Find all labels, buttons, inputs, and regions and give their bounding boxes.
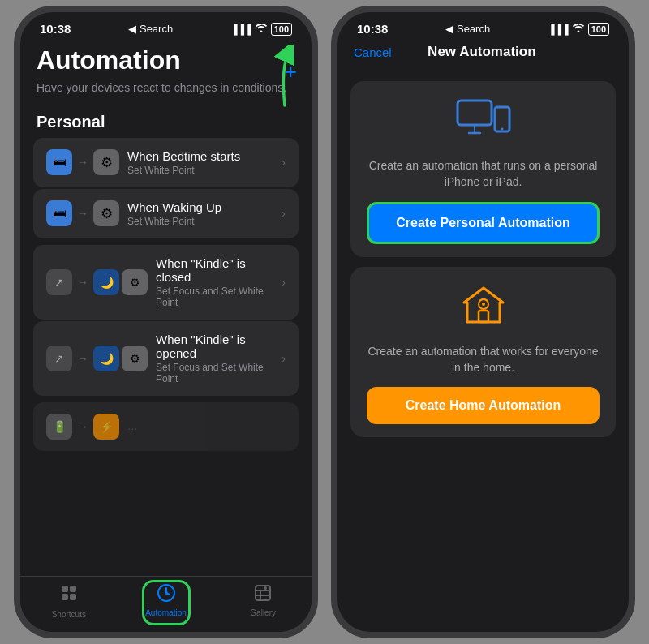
nav-title: New Automation (428, 44, 535, 60)
kindle-close-icon: ↗ (46, 269, 72, 295)
item-title: When Waking Up (127, 200, 273, 214)
signal-icon-left: ▐▐▐ (230, 24, 251, 35)
item-subtitle: Set White Point (127, 165, 273, 176)
svg-rect-2 (62, 594, 68, 600)
home-automation-card: Create an automation that works for ever… (350, 267, 616, 438)
chevron-icon: › (282, 156, 286, 169)
signal-icon-right: ▐▐▐ (548, 24, 569, 35)
left-phone: 10:38 ◀ Search ▐▐▐ 100 Automation Have y… (14, 6, 318, 638)
tab-shortcuts[interactable]: Shortcuts (20, 583, 118, 619)
item-subtitle: Set Focus and Set White Point (156, 286, 273, 308)
wakeup-icon: 🛏 (46, 200, 72, 226)
item-title: When "Kindle" is opened (156, 333, 273, 360)
settings-icon: ⚙ (93, 200, 119, 226)
arrow-annotation (264, 45, 305, 113)
status-bar-right: 10:38 ◀ Search ▐▐▐ 100 (337, 12, 629, 39)
svg-rect-6 (256, 586, 270, 600)
svg-point-10 (264, 586, 267, 590)
svg-rect-3 (70, 594, 76, 600)
kindle-open-icon: ↗ (46, 346, 72, 371)
list-item[interactable]: 🔋 → ⚡ ... (33, 402, 299, 451)
item-text: When "Kindle" is closed Set Focus and Se… (156, 256, 273, 308)
nav-bar: Cancel New Automation (337, 39, 629, 68)
cancel-button[interactable]: Cancel (354, 45, 392, 59)
list-item[interactable]: ↗ → 🌙 ⚙ When "Kindle" is closed Set Fo (33, 245, 299, 320)
status-icons-left: ▐▐▐ 100 (230, 23, 292, 36)
item-title: When "Kindle" is closed (156, 256, 273, 284)
page-subtitle: Have your devices react to changes in co… (37, 80, 295, 97)
svg-rect-0 (62, 586, 68, 592)
chevron-icon: › (282, 207, 286, 220)
item-subtitle: Set Focus and Set White Point (156, 362, 273, 384)
status-icons-right: ▐▐▐ 100 (548, 23, 609, 36)
item-text: When Waking Up Set White Point (127, 200, 273, 227)
right-phone: 10:38 ◀ Search ▐▐▐ 100 Cancel New Automa… (331, 6, 635, 638)
focus-icon: 🌙 (93, 269, 119, 295)
item-icons: 🔋 → ⚡ (46, 414, 119, 440)
arrow-connector: → (77, 156, 88, 169)
gallery-icon (253, 583, 273, 606)
list-item[interactable]: ↗ → 🌙 ⚙ When "Kindle" is opened Set Fo (33, 321, 299, 396)
item-text: ... (127, 419, 286, 434)
item-subtitle: Set White Point (127, 216, 273, 227)
list-item[interactable]: 🛏 → ⚙ When Waking Up Set White Point › (33, 189, 299, 238)
tab-bar: Shortcuts Automation (20, 576, 312, 632)
wifi-icon-right (573, 24, 584, 35)
item-icons: 🛏 → ⚙ (46, 149, 119, 175)
shortcuts-icon (59, 583, 79, 608)
item-text: When Bedtime starts Set White Point (127, 149, 273, 176)
item-icons: 🛏 → ⚙ (46, 200, 119, 226)
item-icons: ↗ → 🌙 ⚙ (46, 346, 148, 371)
shortcuts-label: Shortcuts (52, 610, 86, 619)
back-button-right[interactable]: ◀ Search (445, 23, 490, 35)
home-card-desc: Create an automation that works for ever… (367, 343, 600, 376)
create-home-automation-button[interactable]: Create Home Automation (367, 387, 600, 424)
svg-rect-11 (458, 101, 492, 125)
gallery-label: Gallery (250, 608, 276, 617)
settings-icon2: ⚙ (122, 346, 148, 371)
item-title: When Bedtime starts (127, 149, 273, 163)
tab-gallery[interactable]: Gallery (214, 583, 312, 619)
page-title: Automation (37, 45, 295, 75)
arrow-connector: → (77, 352, 88, 365)
svg-rect-17 (479, 311, 488, 322)
active-tab-ring (142, 580, 191, 625)
partial-icon: 🔋 (46, 414, 72, 440)
svg-rect-1 (70, 586, 76, 592)
back-button-left[interactable]: ◀ Search (128, 23, 173, 35)
focus-icon: 🌙 (93, 346, 119, 371)
arrow-connector: → (77, 276, 88, 289)
arrow-connector: → (77, 420, 88, 433)
battery-icon-left: 100 (271, 23, 292, 36)
status-bar-left: 10:38 ◀ Search ▐▐▐ 100 (20, 12, 312, 39)
svg-point-19 (482, 303, 485, 306)
wifi-icon-left (256, 24, 267, 35)
home-icon (461, 283, 506, 335)
time-right: 10:38 (357, 22, 388, 36)
personal-devices-icon (456, 97, 511, 149)
list-item[interactable]: 🛏 → ⚙ When Bedtime starts Set White Poin… (33, 138, 299, 187)
item-icons: ↗ → 🌙 ⚙ (46, 269, 148, 295)
personal-automation-card: Create an automation that runs on a pers… (350, 81, 616, 257)
svg-point-16 (501, 128, 503, 131)
settings-icon2: ⚙ (122, 269, 148, 295)
item-text: When "Kindle" is opened Set Focus and Se… (156, 333, 273, 384)
screen-content-left: Automation Have your devices react to ch… (20, 39, 312, 576)
arrow-connector: → (77, 207, 88, 220)
personal-card-desc: Create an automation that runs on a pers… (367, 157, 600, 191)
settings-icon: ⚙ (93, 149, 119, 175)
item-title: ... (127, 419, 286, 432)
tab-automation[interactable]: Automation (118, 583, 215, 619)
chevron-icon: › (282, 352, 286, 365)
time-left: 10:38 (40, 22, 71, 36)
battery-icon-right: 100 (588, 23, 609, 36)
create-personal-automation-button[interactable]: Create Personal Automation (367, 202, 600, 244)
chevron-icon: › (282, 276, 286, 289)
automation-list: 🛏 → ⚙ When Bedtime starts Set White Poin… (20, 138, 312, 576)
partial-icon2: ⚡ (93, 414, 119, 440)
new-automation-content: Create an automation that runs on a pers… (337, 68, 629, 632)
bedtime-icon: 🛏 (46, 149, 72, 175)
